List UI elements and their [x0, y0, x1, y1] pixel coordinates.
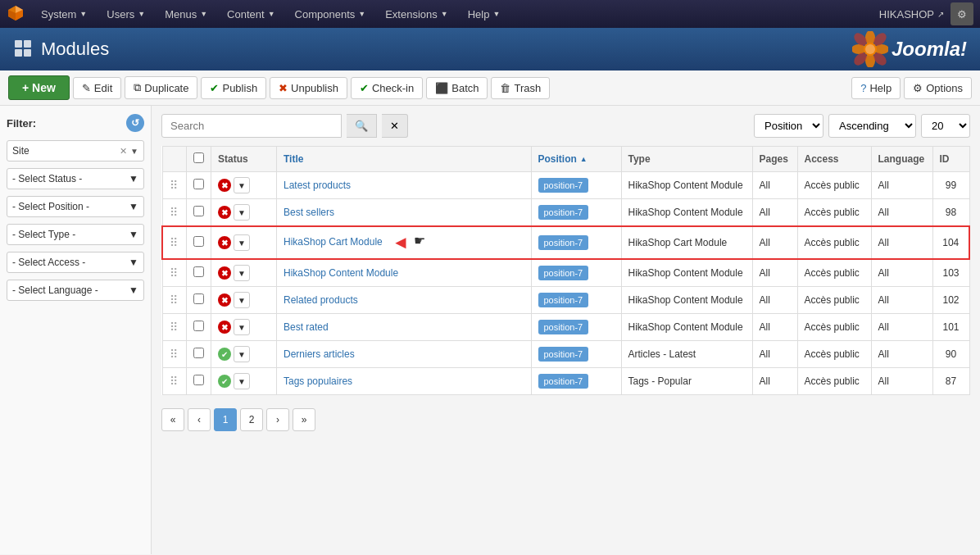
checkin-button[interactable]: ✔ Check-in [351, 77, 423, 99]
position-badge: position-7 [538, 178, 589, 193]
position-filter[interactable]: - Select Position - ▼ [7, 196, 144, 217]
module-title-link[interactable]: Derniers articles [284, 348, 355, 360]
status-icon-red[interactable]: ✖ [218, 236, 231, 249]
nav-extensions[interactable]: Extensions▼ [377, 5, 456, 24]
nav-components[interactable]: Components▼ [287, 5, 374, 24]
drag-handle[interactable]: ⠿ [170, 321, 178, 334]
row-checkbox[interactable] [193, 375, 204, 385]
row-checkbox[interactable] [193, 236, 204, 247]
pagination-last-button[interactable]: » [293, 408, 315, 431]
site-clear-icon[interactable]: ✕ [120, 146, 127, 157]
module-title-link[interactable]: Best sellers [284, 207, 334, 218]
help-button[interactable]: ? Help [851, 77, 901, 99]
site-selector[interactable]: Site ✕ ▼ [7, 140, 144, 161]
module-title-link[interactable]: Best rated [284, 321, 329, 333]
admin-gear-button[interactable]: ⚙ [951, 2, 973, 25]
th-status[interactable]: Status [211, 147, 277, 172]
drag-handle[interactable]: ⠿ [170, 266, 178, 280]
status-icon-red[interactable]: ✖ [218, 321, 231, 334]
nav-content[interactable]: Content▼ [219, 5, 283, 24]
th-type[interactable]: Type [621, 147, 752, 172]
pagination-page-2[interactable]: 2 [240, 408, 263, 431]
drag-handle[interactable]: ⠿ [170, 348, 178, 361]
th-access[interactable]: Access [797, 147, 871, 172]
edit-button[interactable]: ✎ ✎ Edit Edit [73, 77, 121, 99]
nav-users[interactable]: Users▼ [98, 5, 153, 24]
status-icon-green[interactable]: ✔ [218, 348, 231, 361]
pagination-page-1[interactable]: 1 [214, 408, 237, 431]
drag-handle[interactable]: ⠿ [170, 206, 178, 219]
th-title[interactable]: Title [277, 147, 532, 172]
unpublish-button[interactable]: ✖ Unpublish [270, 77, 347, 99]
duplicate-button[interactable]: ⧉ Duplicate [125, 76, 197, 99]
status-dropdown-button[interactable]: ▼ [234, 319, 250, 335]
status-cell: ✖ ▼ [211, 287, 277, 314]
sort-field-select[interactable]: Position [754, 114, 823, 138]
status-filter[interactable]: - Select Status - ▼ [7, 168, 144, 189]
row-checkbox[interactable] [193, 179, 204, 189]
language-value: All [878, 237, 889, 248]
th-id[interactable]: ID [932, 147, 969, 172]
status-dropdown-button[interactable]: ▼ [234, 177, 250, 193]
position-dropdown-icon: ▼ [129, 201, 138, 212]
module-title-link[interactable]: Latest products [284, 180, 351, 191]
refresh-button[interactable]: ↺ [126, 114, 144, 132]
status-icon-green[interactable]: ✔ [218, 375, 231, 388]
drag-handle[interactable]: ⠿ [170, 179, 178, 192]
drag-handle[interactable]: ⠿ [170, 236, 178, 249]
status-icon-red[interactable]: ✖ [218, 206, 231, 219]
header-bar: Modules Joomla! [0, 28, 980, 71]
status-dropdown-button[interactable]: ▼ [234, 346, 250, 362]
per-page-select[interactable]: 20 50 100 [921, 114, 970, 138]
module-title-link[interactable]: HikaShop Content Module [284, 267, 398, 279]
th-position[interactable]: Position ▲ [531, 147, 621, 172]
type-filter[interactable]: - Select Type - ▼ [7, 224, 144, 245]
new-button[interactable]: + New [8, 75, 70, 100]
status-icon-red[interactable]: ✖ [218, 179, 231, 192]
row-checkbox[interactable] [193, 266, 204, 277]
th-pages[interactable]: Pages [752, 147, 797, 172]
row-checkbox[interactable] [193, 348, 204, 358]
access-filter[interactable]: - Select Access - ▼ [7, 252, 144, 273]
search-input[interactable] [161, 114, 342, 138]
options-button[interactable]: ⚙ Options [904, 77, 972, 99]
pagination-first-button[interactable]: « [161, 408, 184, 431]
batch-button[interactable]: ⬛ Batch [426, 77, 488, 99]
nav-menus[interactable]: Menus▼ [157, 5, 216, 24]
content-area: Filter: ↺ Site ✕ ▼ - Select Status - ▼ -… [0, 106, 980, 554]
status-icon-red[interactable]: ✖ [218, 266, 231, 280]
row-checkbox[interactable] [193, 206, 204, 216]
status-dropdown-button[interactable]: ▼ [234, 373, 250, 389]
pages-value: All [760, 348, 770, 360]
module-title-link[interactable]: Related products [284, 294, 358, 306]
row-checkbox[interactable] [193, 293, 204, 304]
status-cell: ✖ ▼ [211, 259, 277, 287]
status-dropdown-button[interactable]: ▼ [234, 292, 250, 308]
nav-system[interactable]: System▼ [33, 5, 95, 24]
row-checkbox[interactable] [193, 321, 204, 331]
search-clear-button[interactable]: ✕ [382, 114, 408, 138]
search-submit-button[interactable]: 🔍 [347, 114, 377, 138]
status-dropdown-button[interactable]: ▼ [234, 234, 250, 251]
modules-table: Status Title Position ▲ Type [161, 146, 970, 395]
language-filter[interactable]: - Select Language - ▼ [7, 280, 144, 301]
svg-point-18 [865, 44, 875, 54]
trash-button[interactable]: 🗑 Trash [491, 77, 550, 99]
type-cell: HikaShop Cart Module [621, 226, 752, 259]
drag-handle[interactable]: ⠿ [170, 293, 178, 307]
status-dropdown-button[interactable]: ▼ [234, 204, 250, 221]
nav-help[interactable]: Help▼ [460, 5, 509, 24]
pagination-prev-button[interactable]: ‹ [188, 408, 211, 431]
module-title-link[interactable]: Tags populaires [284, 375, 352, 387]
publish-button[interactable]: ✔ Publish [201, 77, 266, 99]
hikashop-link[interactable]: HIKASHOP ↗ [879, 8, 944, 20]
status-icon-red[interactable]: ✖ [218, 293, 231, 307]
status-dropdown-button[interactable]: ▼ [234, 265, 250, 281]
sort-order-select[interactable]: Ascending Descending [828, 114, 916, 138]
th-language[interactable]: Language [871, 147, 932, 172]
joomla-brand-text: Joomla! [892, 38, 967, 61]
select-all-checkbox[interactable] [193, 152, 204, 163]
drag-handle[interactable]: ⠿ [170, 375, 178, 388]
module-title-link[interactable]: HikaShop Cart Module [284, 236, 383, 248]
pagination-next-button[interactable]: › [266, 408, 289, 431]
